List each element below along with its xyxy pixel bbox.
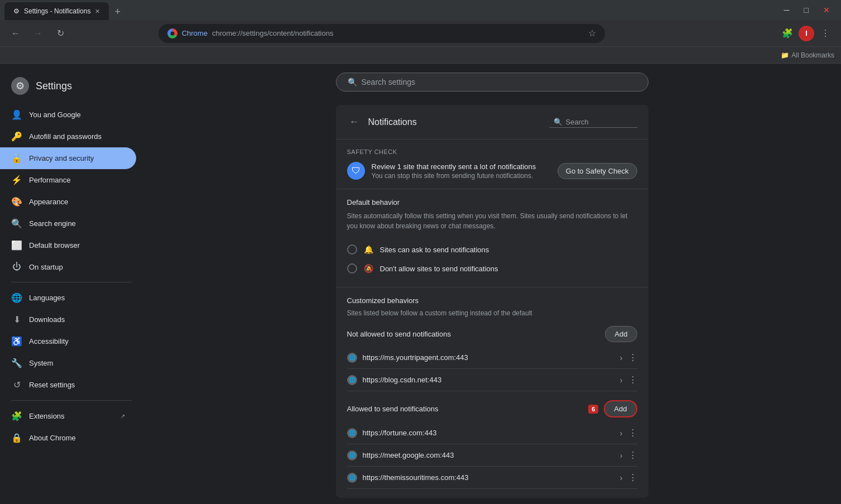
sidebar-item-extensions[interactable]: 🧩 Extensions ↗ <box>0 405 136 427</box>
address-input[interactable]: Chrome chrome://settings/content/notific… <box>158 24 605 43</box>
customized-behaviors-section: Customized behaviors Sites listed below … <box>336 287 648 498</box>
refresh-button[interactable]: ↻ <box>51 25 69 42</box>
sidebar-label-performance: Performance <box>29 176 70 184</box>
blocked-site-2: 🌐 https://blog.csdn.net:443 › ⋮ <box>347 369 637 391</box>
allowed-site-3: 🌐 https://themissouritimes.com:443 › ⋮ <box>347 467 637 489</box>
sidebar-divider-1 <box>11 282 132 282</box>
allowed-site-2-url: https://meet.google.com:443 <box>363 451 614 459</box>
sidebar-label-default-browser: Default browser <box>29 241 80 249</box>
star-icon[interactable]: ☆ <box>588 28 596 39</box>
allowed-site-3-arrow[interactable]: › <box>620 473 623 482</box>
panel-title: Notifications <box>368 117 542 127</box>
not-allowed-add-button[interactable]: Add <box>605 326 637 342</box>
sidebar-item-on-startup[interactable]: ⏻ On startup <box>0 256 136 277</box>
chrome-logo-icon <box>167 28 177 39</box>
about-chrome-icon: 🔒 <box>11 433 22 443</box>
customized-behaviors-title: Customized behaviors <box>347 296 637 305</box>
allowed-site-1-menu[interactable]: ⋮ <box>628 428 637 438</box>
content-area: 🔍 Search settings ← Notifications 🔍 Safe… <box>143 64 841 504</box>
safety-check-label: Safety Check <box>347 148 637 155</box>
allowed-site-3-icon: 🌐 <box>347 473 357 483</box>
minimize-button[interactable]: ─ <box>777 3 796 17</box>
panel-search-bar[interactable]: 🔍 <box>549 117 637 128</box>
highlighted-add-wrap: 6 Add <box>588 400 637 417</box>
main-content: ⚙ Settings 👤 You and Google 🔑 Autofill a… <box>0 64 841 504</box>
sidebar-label-appearance: Appearance <box>29 198 68 206</box>
blocked-site-1-url: https://ms.yourtripagent.com:443 <box>363 353 614 362</box>
safety-check-desc: You can stop this site from sending futu… <box>372 172 551 180</box>
privacy-icon: 🔒 <box>11 153 22 164</box>
allowed-site-1: 🌐 https://fortune.com:443 › ⋮ <box>347 422 637 444</box>
sidebar-item-autofill[interactable]: 🔑 Autofill and passwords <box>0 126 136 147</box>
allowed-site-3-menu[interactable]: ⋮ <box>628 472 637 483</box>
address-icons: ☆ <box>588 28 596 39</box>
allowed-site-1-arrow[interactable]: › <box>620 429 623 438</box>
radio-allow-circle <box>347 244 357 255</box>
panel-header: ← Notifications 🔍 <box>336 105 648 140</box>
sidebar-item-downloads[interactable]: ⬇ Downloads <box>0 309 136 330</box>
not-allowed-header: Not allowed to send notifications Add <box>347 326 637 342</box>
forward-button[interactable]: → <box>29 25 47 42</box>
sidebar-item-you-and-google[interactable]: 👤 You and Google <box>0 104 136 126</box>
close-button[interactable]: ✕ <box>816 3 837 17</box>
performance-icon: ⚡ <box>11 175 22 185</box>
sidebar-item-accessibility[interactable]: ♿ Accessibility <box>0 330 136 352</box>
allowed-site-2-menu[interactable]: ⋮ <box>628 450 637 460</box>
tab-bar: ⚙ Settings - Notifications ✕ + <box>4 0 125 20</box>
toolbar-icons: 🧩 I ⋮ <box>778 25 834 42</box>
search-settings-field[interactable]: 🔍 Search settings <box>336 73 648 92</box>
panel-search-icon: 🔍 <box>554 118 563 126</box>
allowed-site-2-arrow[interactable]: › <box>620 451 623 460</box>
titlebar-controls: ─ □ ✕ <box>777 3 837 17</box>
panel-search-input[interactable] <box>566 118 633 126</box>
allowed-label: Allowed to send notifications <box>347 405 439 413</box>
blocked-site-2-menu[interactable]: ⋮ <box>628 375 637 385</box>
new-tab-button[interactable]: + <box>110 4 125 20</box>
blocked-site-1-icon: 🌐 <box>347 353 357 363</box>
sidebar-item-performance[interactable]: ⚡ Performance <box>0 169 136 191</box>
restore-button[interactable]: □ <box>797 3 815 17</box>
sidebar-item-reset-settings[interactable]: ↺ Reset settings <box>0 374 136 396</box>
sidebar-item-languages[interactable]: 🌐 Languages <box>0 287 136 309</box>
go-to-safety-check-button[interactable]: Go to Safety Check <box>558 163 637 179</box>
blocked-site-1-menu[interactable]: ⋮ <box>628 352 637 363</box>
sidebar-item-privacy[interactable]: 🔒 Privacy and security <box>0 147 136 169</box>
active-tab[interactable]: ⚙ Settings - Notifications ✕ <box>4 2 109 20</box>
blocked-site-2-icon: 🌐 <box>347 375 357 385</box>
all-bookmarks[interactable]: 📁 All Bookmarks <box>781 51 834 59</box>
external-link-icon: ↗ <box>121 413 125 419</box>
back-button[interactable]: ← <box>7 25 25 42</box>
extensions-button[interactable]: 🧩 <box>778 25 796 42</box>
radio-block-circle <box>347 263 357 273</box>
default-behavior-title: Default behavior <box>347 198 637 207</box>
sidebar-item-about-chrome[interactable]: 🔒 About Chrome <box>0 427 136 449</box>
sidebar-item-system[interactable]: 🔧 System <box>0 352 136 374</box>
allowed-site-2: 🌐 https://meet.google.com:443 › ⋮ <box>347 444 637 467</box>
allowed-add-button[interactable]: Add <box>604 400 637 417</box>
customized-behaviors-desc: Sites listed below follow a custom setti… <box>347 309 637 317</box>
sidebar-item-default-browser[interactable]: ⬜ Default browser <box>0 234 136 256</box>
radio-block[interactable]: 🔕 Don't allow sites to send notification… <box>347 259 637 278</box>
sidebar-divider-2 <box>11 400 132 401</box>
safety-check-title: Review 1 site that recently sent a lot o… <box>372 162 551 171</box>
profile-button[interactable]: I <box>799 26 814 41</box>
badge-6: 6 <box>588 405 598 414</box>
blocked-site-2-arrow[interactable]: › <box>620 376 623 385</box>
blocked-site-1-arrow[interactable]: › <box>620 353 623 362</box>
reset-icon: ↺ <box>11 380 22 390</box>
menu-button[interactable]: ⋮ <box>816 25 834 42</box>
notifications-back-button[interactable]: ← <box>347 114 362 130</box>
sidebar-label-reset: Reset settings <box>29 381 75 389</box>
on-startup-icon: ⏻ <box>11 262 22 272</box>
sidebar-item-search-engine[interactable]: 🔍 Search engine <box>0 213 136 234</box>
bookmarks-folder-icon: 📁 <box>781 51 789 59</box>
safety-check-section: Safety Check 🛡 Review 1 site that recent… <box>336 140 648 189</box>
accessibility-icon: ♿ <box>11 336 22 347</box>
tab-favicon: ⚙ <box>13 7 20 15</box>
safety-check-card: 🛡 Review 1 site that recently sent a lot… <box>347 162 637 180</box>
sidebar-item-appearance[interactable]: 🎨 Appearance <box>0 191 136 213</box>
tab-close-button[interactable]: ✕ <box>95 8 100 15</box>
radio-allow[interactable]: 🔔 Sites can ask to send notifications <box>347 240 637 259</box>
sidebar-label-you-and-google: You and Google <box>29 111 81 119</box>
bell-icon: 🔔 <box>364 245 373 254</box>
